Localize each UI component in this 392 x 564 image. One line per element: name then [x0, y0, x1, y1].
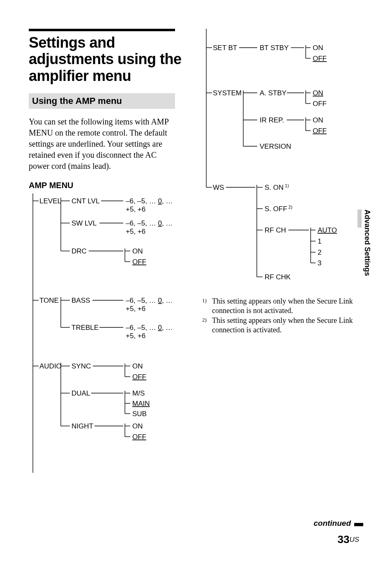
- svg-text:OFF: OFF: [132, 433, 146, 441]
- svg-text:MAIN: MAIN: [132, 400, 150, 407]
- page-suffix: US: [349, 536, 359, 543]
- intro-text: You can set the following items with AMP…: [29, 116, 175, 172]
- group-tone: TONE: [39, 297, 59, 304]
- item-sync: SYNC: [71, 362, 91, 370]
- svg-text:+5, +6: +5, +6: [126, 228, 145, 235]
- svg-text:OFF: OFF: [313, 127, 327, 135]
- continued-label: continued: [314, 519, 351, 528]
- item-drc: DRC: [71, 247, 87, 255]
- item-treble: TREBLE: [71, 324, 99, 331]
- page-number-value: 33: [337, 533, 349, 546]
- group-ws: WS: [213, 184, 224, 191]
- footnote-2-text: This setting appears only when the Secur…: [212, 316, 363, 335]
- menu-tree-right: SET BT BT STBY ON OFF SYSTEM A. STBY ON …: [202, 29, 358, 292]
- item-s-on: S. ON1): [265, 183, 289, 191]
- svg-text:+5, +6: +5, +6: [126, 305, 145, 313]
- item-bass: BASS: [71, 297, 90, 304]
- left-column: Settings and adjustments using the ampli…: [29, 29, 190, 474]
- footnote-2-num: 2): [202, 316, 212, 335]
- page-number: 33US: [337, 533, 359, 546]
- svg-text:AUTO: AUTO: [318, 226, 337, 234]
- svg-text:M/S: M/S: [132, 389, 145, 397]
- footnotes: 1) This setting appears only when the Se…: [202, 297, 363, 335]
- svg-text:ON: ON: [132, 362, 143, 370]
- item-a-stby: A. STBY: [260, 89, 286, 97]
- item-rf-chk: RF CHK: [265, 273, 291, 281]
- svg-text:1: 1: [318, 237, 321, 245]
- item-cnt-lvl: CNT LVL: [71, 197, 99, 205]
- svg-text:–6, –5, … 0, …: –6, –5, … 0, …: [126, 197, 173, 205]
- svg-text:+5, +6: +5, +6: [126, 205, 145, 213]
- svg-text:ON: ON: [132, 247, 143, 255]
- continued-bar: [354, 523, 363, 526]
- item-bt-stby: BT STBY: [260, 44, 289, 52]
- svg-text:OFF: OFF: [132, 258, 146, 266]
- svg-text:3: 3: [318, 259, 321, 267]
- right-column: SET BT BT STBY ON OFF SYSTEM A. STBY ON …: [202, 29, 363, 474]
- menu-heading: AMP MENU: [29, 181, 190, 190]
- item-sw-lvl: SW LVL: [71, 219, 97, 227]
- group-level: LEVEL: [39, 197, 61, 205]
- svg-text:–6, –5, … 0, …: –6, –5, … 0, …: [126, 219, 173, 227]
- side-tab: Advanced Settings: [362, 209, 372, 300]
- page-title: Settings and adjustments using the ampli…: [29, 35, 190, 84]
- svg-text:ON: ON: [132, 422, 143, 430]
- item-dual: DUAL: [71, 389, 90, 397]
- svg-text:OFF: OFF: [132, 373, 146, 381]
- svg-text:SUB: SUB: [132, 410, 147, 418]
- svg-text:ON: ON: [313, 44, 323, 52]
- item-ir-rep: IR REP.: [260, 116, 284, 124]
- group-audio: AUDIO: [39, 362, 62, 370]
- item-night: NIGHT: [71, 422, 93, 430]
- subheading: Using the AMP menu: [29, 93, 175, 109]
- svg-text:+5, +6: +5, +6: [126, 332, 145, 340]
- svg-text:OFF: OFF: [313, 100, 327, 108]
- svg-text:2: 2: [318, 249, 321, 256]
- item-version: VERSION: [260, 143, 291, 150]
- svg-text:–6, –5, … 0, …: –6, –5, … 0, …: [126, 297, 173, 304]
- footnote-1-text: This setting appears only when the Secur…: [212, 297, 363, 316]
- group-set-bt: SET BT: [213, 44, 237, 52]
- svg-text:–6, –5, … 0, …: –6, –5, … 0, …: [126, 324, 173, 331]
- title-rule: [29, 29, 175, 31]
- menu-tree-left: LEVEL CNT LVL –6, –5, … 0, … +5, +6 SW L…: [29, 193, 185, 473]
- side-tab-marker: [357, 209, 362, 228]
- item-rf-ch: RF CH: [265, 226, 286, 234]
- group-system: SYSTEM: [213, 89, 242, 97]
- svg-text:ON: ON: [313, 116, 323, 124]
- side-tab-label: Advanced Settings: [363, 209, 371, 276]
- item-s-off: S. OFF2): [265, 205, 293, 213]
- svg-text:ON: ON: [313, 89, 323, 97]
- footnote-1-num: 1): [202, 297, 212, 316]
- svg-text:OFF: OFF: [313, 55, 327, 62]
